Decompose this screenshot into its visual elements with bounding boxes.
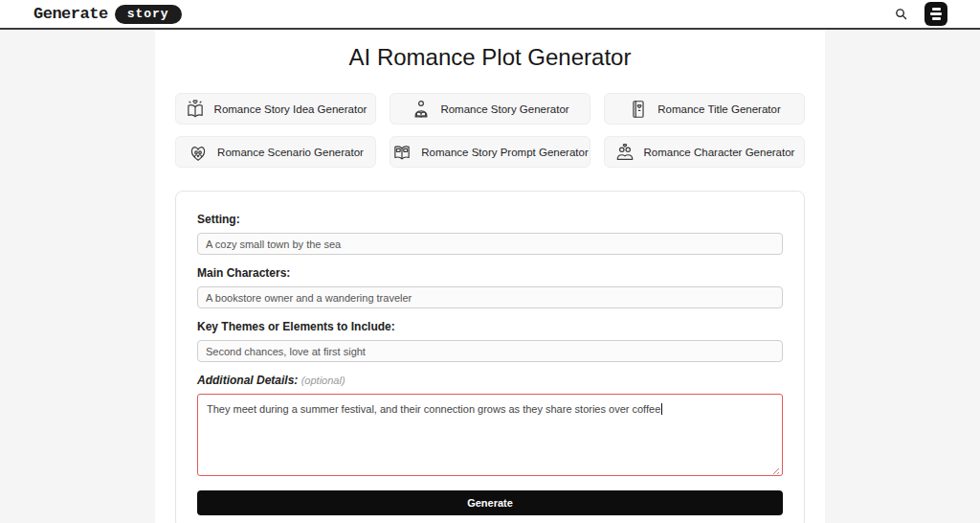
heart-couple-icon (188, 142, 209, 163)
book-cover-heart-icon (628, 99, 649, 120)
additional-details-label: Additional Details: (optional) (197, 374, 783, 387)
search-button[interactable] (894, 7, 908, 21)
open-book-panels-icon (391, 142, 412, 163)
generate-button[interactable]: Generate (197, 490, 783, 515)
key-themes-label: Key Themes or Elements to Include: (197, 320, 783, 333)
generator-link-label: Romance Character Generator (644, 147, 795, 158)
topbar-actions (894, 2, 947, 26)
generator-links-grid: Romance Story Idea Generator Romance Sto… (175, 93, 805, 168)
setting-label: Setting: (197, 213, 783, 226)
search-icon (894, 7, 908, 21)
setting-input[interactable] (197, 233, 783, 255)
generator-link-label: Romance Title Generator (657, 103, 780, 115)
generator-link-character[interactable]: Romance Character Generator (604, 136, 805, 168)
generator-link-label: Romance Story Idea Generator (214, 103, 368, 115)
generator-link-scenario[interactable]: Romance Scenario Generator (175, 136, 376, 168)
top-navigation-bar: Generate story (0, 0, 980, 30)
generator-link-label: Romance Scenario Generator (217, 147, 364, 158)
generator-link-story-idea[interactable]: Romance Story Idea Generator (175, 93, 376, 125)
main-characters-label: Main Characters: (197, 266, 783, 280)
plot-generator-form-card: Setting: Main Characters: Key Themes or … (175, 191, 805, 523)
logo-text: Generate (33, 5, 108, 23)
open-book-heart-sparkle-icon (185, 99, 206, 120)
menu-icon (930, 8, 942, 20)
two-characters-icon (614, 142, 635, 163)
person-reading-book-icon (411, 99, 432, 120)
generator-link-label: Romance Story Prompt Generator (421, 147, 589, 158)
logo-badge: story (115, 5, 182, 24)
main-content: AI Romance Plot Generator Romance Story … (155, 0, 825, 523)
textarea-resize-handle[interactable] (771, 465, 780, 473)
generator-link-story[interactable]: Romance Story Generator (390, 93, 590, 125)
main-characters-input[interactable] (197, 286, 783, 308)
additional-details-label-text: Additional Details: (197, 374, 298, 387)
page-title: AI Romance Plot Generator (175, 44, 805, 71)
text-cursor (661, 403, 662, 415)
menu-button[interactable] (924, 2, 947, 26)
additional-details-text: They meet during a summer festival, and … (207, 403, 660, 415)
site-logo[interactable]: Generate story (33, 5, 182, 24)
key-themes-input[interactable] (197, 340, 783, 362)
generator-link-title[interactable]: Romance Title Generator (604, 93, 805, 125)
generator-link-story-prompt[interactable]: Romance Story Prompt Generator (390, 136, 590, 168)
optional-note: (optional) (301, 375, 345, 386)
additional-details-textarea[interactable]: They meet during a summer festival, and … (197, 394, 783, 476)
generator-link-label: Romance Story Generator (440, 103, 568, 115)
